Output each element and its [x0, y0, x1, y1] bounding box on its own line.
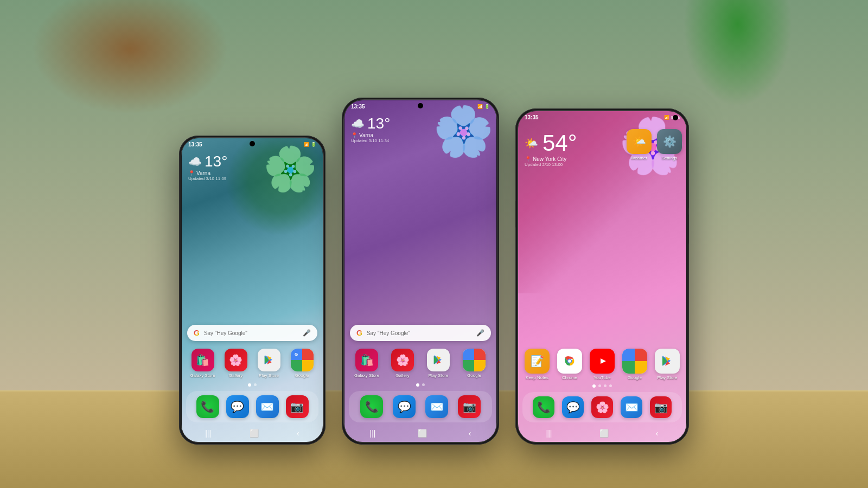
phone-app-img-middle: 📞	[360, 395, 383, 418]
messages-dock-left[interactable]: 💬	[226, 395, 249, 418]
gallery-label-middle: Gallery	[395, 373, 409, 378]
gallery-img-middle: 🌸	[391, 349, 414, 371]
play-store-label-left: Play Store	[259, 373, 279, 378]
app-grid-left: 🛍️ Galaxy Store 🌸 Gallery Play Store	[182, 345, 323, 381]
back-btn-right[interactable]: ‹	[656, 429, 659, 438]
camera-dock-right[interactable]: 📷	[650, 396, 672, 418]
time-left: 13:35	[188, 142, 202, 147]
wifi-icon-middle: 📶	[477, 104, 483, 109]
home-btn-left[interactable]: ⬜	[250, 429, 259, 438]
weather-location-left: 📍 Varna	[188, 170, 316, 176]
messages-dock-right[interactable]: 💬	[562, 396, 584, 418]
email-img-right: ✉️	[621, 396, 642, 418]
time-middle: 13:35	[351, 104, 365, 110]
phone-dock-middle[interactable]: 📞	[360, 395, 383, 418]
search-bar-left[interactable]: G Say "Hey Google" 🎤	[187, 325, 317, 341]
play-store-icon-right[interactable]: Play Store	[653, 349, 682, 380]
search-bar-middle[interactable]: G Say "Hey Google" 🎤	[350, 325, 491, 341]
gallery-dock-right[interactable]: 🌸	[591, 396, 613, 418]
camera-right	[673, 115, 678, 120]
location-pin-middle: 📍	[351, 132, 358, 138]
keep-notes-img-right: 📝	[525, 349, 550, 374]
play-store-icon-middle[interactable]: Play Store	[423, 349, 454, 378]
phone-dock-left[interactable]: 📞	[196, 395, 219, 418]
galaxy-store-img-middle: 🛍️	[355, 349, 378, 371]
camera-dock-left[interactable]: 📷	[286, 395, 309, 418]
weather-widget-middle: ☁️ 13° 📍 Varna Updated 3/10 11:34	[344, 111, 496, 147]
messages-img-right: 💬	[562, 396, 584, 418]
email-img-middle: ✉️	[425, 395, 448, 418]
email-dock-right[interactable]: ✉️	[621, 396, 642, 418]
google-img-middle	[463, 349, 486, 371]
google-label-right: Google	[628, 375, 642, 380]
play-store-img-middle	[427, 349, 450, 371]
gallery-img-right: 🌸	[591, 396, 613, 418]
email-dock-middle[interactable]: ✉️	[425, 395, 448, 418]
messages-img-middle: 💬	[393, 395, 416, 418]
page-dots-right	[518, 382, 686, 390]
play-store-label-right: Play Store	[658, 375, 678, 380]
top-icons-right: 🌤️ Weather ⚙️ Settings	[518, 127, 686, 163]
time-right: 13:35	[525, 114, 539, 120]
vol-down-btn[interactable]	[688, 214, 689, 244]
page-dots-middle	[344, 381, 496, 389]
weather-updated-right: Updated 2/10 13:00	[525, 162, 577, 167]
phone-middle: 13:35 📶 🔋 ☁️ 13° 📍 Varna Updated 3/10 11…	[342, 98, 499, 445]
mic-icon-left: 🎤	[303, 329, 311, 337]
phones-container: 13:35 📶 🔋 ☁️ 13° 📍 Varna Updated 3/10 11…	[179, 98, 689, 445]
weather-widget-left: ☁️ 13° 📍 Varna Updated 3/10 11:09	[182, 149, 323, 185]
recent-apps-btn-left[interactable]: |||	[205, 429, 211, 438]
settings-icon-right[interactable]: ⚙️ Settings	[657, 129, 682, 160]
camera-dock-middle[interactable]: 📷	[458, 395, 481, 418]
dot-right-1	[592, 384, 596, 388]
google-icon-right[interactable]: Google	[620, 349, 649, 380]
messages-dock-middle[interactable]: 💬	[393, 395, 416, 418]
gallery-icon-middle[interactable]: 🌸 Gallery	[387, 349, 418, 378]
galaxy-store-label-middle: Galaxy Store	[354, 373, 379, 378]
weather-temp-left: ☁️ 13°	[188, 153, 316, 170]
back-btn-left[interactable]: ‹	[297, 429, 299, 438]
email-dock-left[interactable]: ✉️	[256, 395, 279, 418]
google-icon-middle[interactable]: Google	[458, 349, 490, 378]
youtube-img-right	[590, 349, 615, 374]
recent-apps-btn-right[interactable]: |||	[546, 429, 552, 438]
screen-right: 13:35 📶 89% 🌤️ 54° 📍 New York City Updat…	[518, 111, 686, 442]
keep-notes-icon-right[interactable]: 📝 Keep Notes	[522, 349, 552, 380]
weather-app-icon-right[interactable]: 🌤️ Weather	[627, 129, 652, 160]
phone-dock-right[interactable]: 📞	[533, 396, 554, 418]
dot-left-2	[254, 383, 257, 386]
email-img-left: ✉️	[256, 395, 279, 418]
weather-location-middle: 📍 Varna	[351, 132, 490, 138]
galaxy-store-icon-middle[interactable]: 🛍️ Galaxy Store	[351, 349, 382, 378]
google-logo-left: G	[194, 329, 200, 337]
weather-label-right: Weather	[631, 156, 647, 160]
dot-right-3	[604, 384, 607, 387]
dock-middle: 📞 💬 ✉️ 📷	[349, 391, 492, 422]
galaxy-store-icon-left[interactable]: 🛍️ Galaxy Store	[188, 349, 217, 378]
phone-app-img-left: 📞	[196, 395, 219, 418]
gallery-label-left: Gallery	[229, 373, 242, 378]
phone-app-img-right: 📞	[533, 396, 554, 418]
phone-right: 13:35 📶 89% 🌤️ 54° 📍 New York City Updat…	[515, 108, 689, 445]
search-text-middle: Say "Hey Google"	[367, 330, 472, 336]
camera-img-right: 📷	[650, 396, 672, 418]
play-store-img-right	[655, 349, 680, 374]
youtube-icon-right[interactable]: YouTube	[588, 349, 617, 380]
vol-up-btn[interactable]	[688, 190, 689, 209]
chrome-icon-right[interactable]: Chrome	[555, 349, 584, 380]
keep-notes-label-right: Keep Notes	[526, 375, 548, 380]
battery-icon-middle: 🔋	[484, 104, 490, 109]
dot-left-1	[248, 383, 251, 387]
play-store-icon-left[interactable]: Play Store	[254, 349, 283, 378]
google-img-left: G	[291, 349, 314, 371]
back-btn-middle[interactable]: ‹	[469, 429, 471, 438]
home-btn-middle[interactable]: ⬜	[418, 429, 427, 438]
power-btn[interactable]	[515, 201, 516, 228]
google-icon-left[interactable]: G Google	[288, 349, 316, 378]
recent-apps-btn-middle[interactable]: |||	[370, 429, 376, 438]
home-btn-right[interactable]: ⬜	[599, 429, 609, 438]
nav-bar-left: ||| ⬜ ‹	[182, 425, 323, 442]
weather-icon-middle: ☁️	[351, 117, 365, 130]
google-img-right	[622, 349, 647, 374]
gallery-icon-left[interactable]: 🌸 Gallery	[221, 349, 250, 378]
